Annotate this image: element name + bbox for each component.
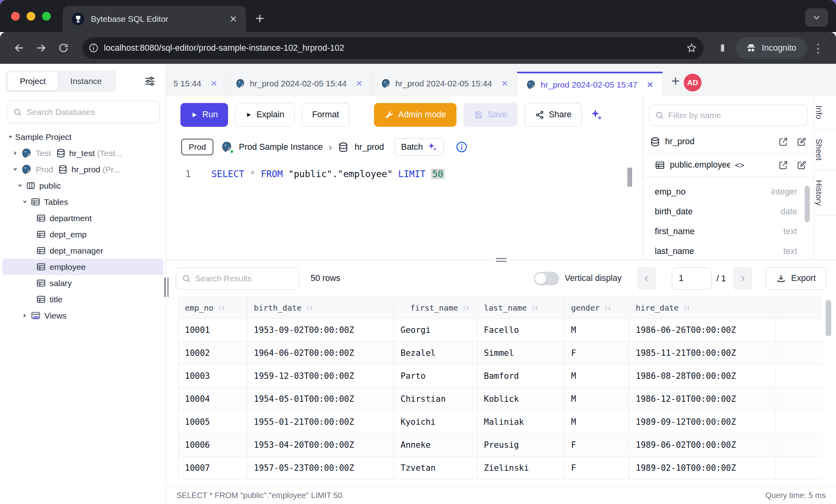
column-header-birth-date[interactable]: birth_date	[247, 297, 394, 318]
worksheet-tab-4-active[interactable]: hr_prod 2024-02-05 15:47 ✕	[517, 72, 663, 96]
url-text[interactable]: localhost:8080/sql-editor/prod-sample-in…	[99, 43, 686, 53]
site-info-icon[interactable]	[88, 42, 99, 53]
format-button[interactable]: Format	[302, 103, 349, 127]
worksheet-tab-3[interactable]: hr_prod 2024-02-05 15:44 ✕	[372, 71, 518, 95]
worksheet-tab-1[interactable]: 5 15:44 ✕	[166, 71, 226, 95]
zoom-window-button[interactable]	[42, 12, 51, 21]
schema-filter-input[interactable]	[668, 111, 802, 120]
edit-icon[interactable]	[796, 137, 807, 147]
sort-icon[interactable]	[683, 304, 691, 312]
tree-item-views-group[interactable]: Views	[2, 307, 163, 324]
column-row[interactable]: last_name text	[643, 241, 814, 260]
external-link-icon[interactable]	[778, 137, 788, 147]
column-row[interactable]: emp_no integer	[643, 182, 814, 202]
close-icon[interactable]: ✕	[356, 79, 363, 88]
browser-tab[interactable]: Bytebase SQL Editor ✕	[63, 6, 246, 32]
forward-button[interactable]	[32, 38, 51, 57]
panel-splitter-handle[interactable]	[493, 257, 510, 263]
database-search-input[interactable]	[27, 107, 153, 117]
tab-info[interactable]: Info	[814, 96, 836, 129]
code-line-1[interactable]: 1 SELECT * FROM "public"."employee" LIMI…	[166, 160, 642, 181]
export-button[interactable]: Export	[765, 267, 826, 290]
caret-right-icon[interactable]	[10, 150, 20, 157]
tab-history[interactable]: History	[814, 170, 836, 216]
table-row[interactable]: 100011953-09-02T00:00:00ZGeorgiFacelloM1…	[178, 319, 823, 342]
minimize-window-button[interactable]	[27, 12, 35, 21]
tree-item-table-employee-selected[interactable]: employee	[2, 259, 163, 275]
share-button[interactable]: Share	[525, 103, 582, 127]
caret-down-icon[interactable]	[10, 166, 20, 173]
column-header-hire-date[interactable]: hire_date	[629, 297, 776, 318]
filter-settings-button[interactable]	[144, 75, 156, 88]
close-icon[interactable]: ✕	[646, 80, 654, 89]
sort-icon[interactable]	[604, 304, 612, 312]
bookmark-star-icon[interactable]	[686, 42, 697, 53]
tree-item-hr-test[interactable]: Test hr_test (Test...	[2, 145, 163, 161]
database-name[interactable]: hr_prod	[355, 142, 384, 152]
tab-instance[interactable]: Instance	[58, 72, 114, 90]
sort-icon[interactable]	[462, 304, 471, 312]
caret-right-icon[interactable]	[20, 312, 29, 319]
caret-down-icon[interactable]	[6, 134, 15, 140]
table-row[interactable]: 100031959-12-03T00:00:00ZPartoBamfordM19…	[178, 365, 823, 388]
table-row[interactable]: 100041954-05-01T00:00:00ZChirstianKoblic…	[178, 388, 823, 410]
table-row[interactable]: 100021964-06-02T00:00:00ZBezalelSimmelF1…	[178, 342, 823, 365]
ai-assistant-button[interactable]	[590, 108, 603, 122]
schema-filter[interactable]	[649, 105, 807, 126]
tree-item-table-dept-manager[interactable]: dept_manager	[2, 242, 163, 259]
results-scrollbar[interactable]	[826, 300, 831, 336]
sort-icon[interactable]	[531, 304, 539, 312]
sort-icon[interactable]	[305, 304, 314, 312]
page-number-input[interactable]	[672, 267, 711, 290]
tab-search-button[interactable]	[805, 8, 828, 27]
column-header-emp-no[interactable]: emp_no	[178, 297, 247, 318]
close-window-button[interactable]	[11, 12, 20, 21]
column-row[interactable]: birth_date date	[643, 202, 814, 221]
column-header-last-name[interactable]: last_name	[477, 297, 565, 318]
results-search[interactable]	[176, 267, 299, 290]
external-link-icon[interactable]	[778, 160, 788, 170]
table-row[interactable]: 100051955-01-21T00:00:00ZKyoichiMaliniak…	[178, 410, 823, 433]
database-search[interactable]	[6, 101, 159, 123]
editor-scrollbar[interactable]	[627, 168, 632, 187]
tree-item-table-department[interactable]: department	[2, 210, 163, 226]
vertical-display-toggle[interactable]	[534, 272, 559, 285]
worksheet-tab-2[interactable]: hr_prod 2024-02-05 15:44 ✕	[226, 71, 372, 95]
user-avatar[interactable]: AD	[684, 74, 702, 92]
tab-sheet[interactable]: Sheet	[814, 129, 836, 170]
browser-new-tab-button[interactable]: +	[255, 11, 264, 26]
instance-name[interactable]: Prod Sample Instance	[239, 142, 323, 152]
admin-mode-button[interactable]: Admin mode	[374, 103, 456, 127]
new-worksheet-button[interactable]: +	[671, 74, 680, 88]
next-page-button[interactable]	[733, 267, 752, 290]
reload-button[interactable]	[54, 38, 73, 57]
tree-item-table-salary[interactable]: salary	[2, 275, 163, 291]
tree-item-table-dept-emp[interactable]: dept_emp	[2, 226, 163, 242]
sql-editor[interactable]: 1 SELECT * FROM "public"."employee" LIMI…	[166, 160, 642, 260]
connection-info-button[interactable]	[455, 141, 468, 153]
save-button[interactable]: Save	[464, 103, 518, 127]
close-icon[interactable]: ✕	[501, 79, 508, 88]
sidebar-resize-handle[interactable]	[164, 277, 169, 297]
caret-down-icon[interactable]	[20, 199, 29, 205]
tab-project[interactable]: Project	[8, 72, 58, 90]
table-row[interactable]: 100061953-04-20T00:00:00ZAnnekePreusigF1…	[178, 433, 823, 456]
column-header-first-name[interactable]: first_name	[394, 297, 477, 318]
code-glyph-icon[interactable]: <>	[735, 160, 744, 170]
run-button[interactable]: Run	[180, 103, 228, 127]
table-row[interactable]: 100071957-05-23T00:00:00ZTzvetanZielinsk…	[178, 456, 823, 479]
panel-table-row[interactable]: public.employee <>	[643, 153, 814, 177]
column-list-scrollbar[interactable]	[805, 186, 810, 222]
caret-down-icon[interactable]	[15, 182, 25, 189]
explain-button[interactable]: Explain	[235, 103, 295, 127]
tree-item-table-title[interactable]: title	[2, 291, 163, 307]
edit-icon[interactable]	[796, 160, 807, 170]
tree-item-hr-prod[interactable]: Prod hr_prod (Pr...	[2, 161, 163, 178]
tree-item-schema-public[interactable]: public	[2, 178, 163, 194]
column-row[interactable]: first_name text	[643, 221, 814, 241]
batch-mode-button[interactable]: Batch	[395, 138, 444, 156]
tree-item-tables-group[interactable]: Tables	[2, 194, 163, 210]
results-search-input[interactable]	[195, 274, 293, 283]
sort-icon[interactable]	[217, 304, 226, 312]
side-panel-button[interactable]	[713, 38, 732, 57]
